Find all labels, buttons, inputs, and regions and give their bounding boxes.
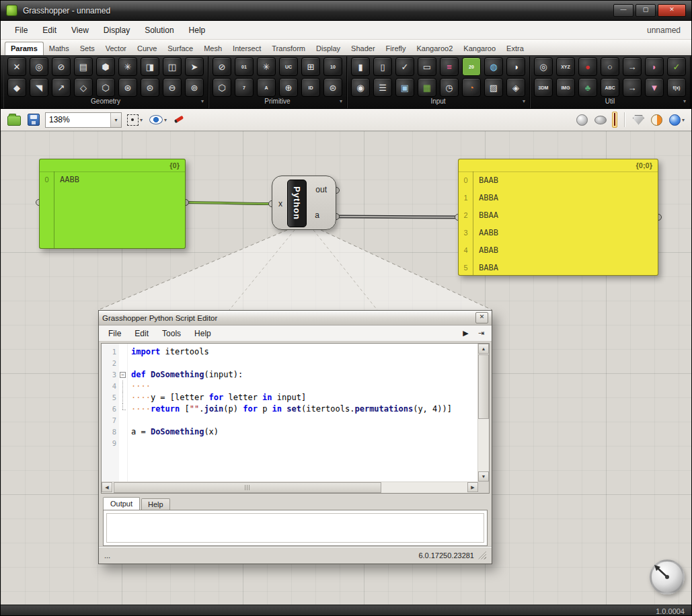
geometry-param-icon[interactable]: ➤ (185, 57, 204, 76)
zoom-dropdown-button[interactable]: ▾ (110, 113, 121, 127)
group-expand-icon[interactable]: ▾ (201, 98, 204, 104)
maximize-button[interactable]: ▢ (636, 4, 656, 17)
code-text-area[interactable]: import itertoolsdef DoSomething(input):·… (128, 344, 477, 482)
tab-params[interactable]: Params (5, 42, 44, 55)
inject-code-button[interactable]: ⇥ (473, 329, 489, 338)
zoom-input[interactable] (46, 114, 110, 126)
tab-kangaroo[interactable]: Kangaroo (458, 42, 501, 55)
input-param-icon[interactable]: ▭ (418, 57, 436, 76)
canvas-navigation-ball[interactable] (650, 560, 685, 594)
scroll-down-button[interactable]: ▼ (478, 471, 489, 482)
geometry-param-icon[interactable]: ⊚ (185, 78, 204, 97)
util-param-icon[interactable]: ABC (601, 78, 619, 97)
vertical-scroll-thumb[interactable] (478, 354, 489, 419)
geometry-param-icon[interactable]: ⊘ (52, 57, 71, 76)
editor-tab-output[interactable]: Output (103, 497, 140, 510)
tab-surface[interactable]: Surface (162, 42, 198, 55)
geometry-param-icon[interactable]: ◥ (30, 78, 48, 97)
geometry-param-icon[interactable]: ↗ (52, 78, 71, 97)
save-file-button[interactable] (26, 112, 41, 127)
input-param-icon[interactable]: ▣ (395, 78, 414, 97)
input-param-icon[interactable]: ▮ (351, 57, 370, 76)
titlebar[interactable]: Grasshopper - unnamed — ▢ ✕ (1, 1, 691, 21)
primitive-param-icon[interactable]: 01 (235, 57, 254, 76)
geometry-param-icon[interactable]: ◆ (7, 78, 26, 97)
util-param-icon[interactable]: ◎ (534, 57, 553, 76)
menu-file[interactable]: File (7, 23, 35, 38)
group-expand-icon[interactable]: ▾ (340, 98, 342, 104)
preview-visibility-button[interactable]: ▾ (148, 114, 168, 126)
menu-solution[interactable]: Solution (137, 23, 181, 38)
group-expand-icon[interactable]: ▾ (683, 98, 686, 104)
primitive-param-icon[interactable]: ✳ (257, 57, 276, 76)
input-param-icon[interactable]: ◑ (506, 57, 525, 76)
geometry-param-icon[interactable]: ◫ (163, 57, 182, 76)
menu-help[interactable]: Help (182, 23, 213, 38)
geometry-param-icon[interactable]: ◨ (141, 57, 159, 76)
geometry-param-icon[interactable]: ⊜ (141, 78, 159, 97)
green-data-panel[interactable]: {0} 0AABB (39, 159, 186, 249)
close-button[interactable]: ✕ (658, 4, 686, 17)
input-param-icon[interactable]: ◈ (506, 78, 525, 97)
sketch-tool-button[interactable] (172, 113, 186, 126)
input-param-icon[interactable]: ▦ (418, 78, 436, 97)
geometry-param-icon[interactable]: ◇ (74, 78, 93, 97)
preview-shaded-button[interactable] (593, 114, 608, 126)
tab-sets[interactable]: Sets (75, 42, 100, 55)
scroll-left-button[interactable]: ◀ (102, 482, 112, 492)
input-param-icon[interactable]: 20 (462, 57, 481, 76)
util-param-icon[interactable]: 3DM (534, 78, 553, 97)
tab-intersect[interactable]: Intersect (227, 42, 266, 55)
geometry-param-icon[interactable]: ◎ (30, 57, 48, 76)
preview-selected-button[interactable] (631, 114, 646, 126)
tab-mesh[interactable]: Mesh (198, 42, 227, 55)
tab-kangaroo2[interactable]: Kangaroo2 (412, 42, 459, 55)
primitive-param-icon[interactable]: A (257, 78, 276, 97)
primitive-param-icon[interactable]: ⊞ (301, 57, 320, 76)
preview-material-button[interactable]: ▾ (668, 113, 686, 127)
editor-menu-tools[interactable]: Tools (155, 327, 188, 340)
util-param-icon[interactable]: ♣ (578, 78, 597, 97)
horizontal-scrollbar[interactable]: ◀ ▶ (102, 482, 478, 493)
scroll-up-button[interactable]: ▲ (478, 344, 489, 354)
python-script-editor-window[interactable]: Grasshopper Python Script Editor ✕ FileE… (98, 310, 492, 564)
tab-shader[interactable]: Shader (346, 42, 380, 55)
primitive-param-icon[interactable]: ⬡ (213, 78, 231, 97)
geometry-param-icon[interactable]: ⬡ (96, 78, 115, 97)
input-param-icon[interactable]: ◍ (484, 57, 503, 76)
editor-titlebar[interactable]: Grasshopper Python Script Editor ✕ (99, 311, 492, 325)
tab-transform[interactable]: Transform (266, 42, 311, 55)
preview-rendered-button[interactable] (612, 112, 617, 128)
primitive-param-icon[interactable]: 10 (323, 57, 342, 76)
scroll-right-button[interactable]: ▶ (467, 482, 478, 492)
tab-vector[interactable]: Vector (100, 42, 132, 55)
zoom-extents-button[interactable]: ▾ (126, 113, 144, 127)
menu-display[interactable]: Display (96, 23, 137, 38)
util-param-icon[interactable]: XYZ (556, 57, 575, 76)
geometry-param-icon[interactable]: ⊖ (163, 78, 182, 97)
editor-close-button[interactable]: ✕ (475, 312, 488, 323)
primitive-param-icon[interactable]: ⊘ (213, 57, 231, 76)
code-editor[interactable]: 123456789 − import itertoolsdef DoSometh… (101, 343, 490, 494)
geometry-param-icon[interactable]: ▤ (74, 57, 93, 76)
input-param-icon[interactable]: ◔ (462, 78, 481, 97)
input-param-icon[interactable]: ✓ (395, 57, 414, 76)
input-param-icon[interactable]: ≡ (440, 57, 459, 76)
geometry-param-icon[interactable]: ⬢ (96, 57, 115, 76)
menu-view[interactable]: View (64, 23, 96, 38)
input-param-icon[interactable]: ◷ (440, 78, 459, 97)
fold-toggle-icon[interactable]: − (120, 372, 126, 378)
tab-curve[interactable]: Curve (132, 42, 162, 55)
util-param-icon[interactable]: → (623, 57, 642, 76)
editor-menu-file[interactable]: File (102, 327, 128, 340)
run-script-button[interactable]: ▶ (458, 329, 473, 338)
group-expand-icon[interactable]: ▾ (523, 98, 525, 104)
open-file-button[interactable] (6, 112, 22, 127)
canvas[interactable]: {0} 0AABB x Python out a {0;0} 0BAAB1ABB… (1, 131, 691, 605)
tab-maths[interactable]: Maths (44, 42, 75, 55)
util-param-icon[interactable]: IMG (556, 78, 575, 97)
preview-wireframe-button[interactable] (575, 113, 589, 127)
primitive-param-icon[interactable]: UC (279, 57, 298, 76)
geometry-param-icon[interactable]: ✕ (7, 57, 26, 76)
util-param-icon[interactable]: ○ (601, 57, 619, 76)
